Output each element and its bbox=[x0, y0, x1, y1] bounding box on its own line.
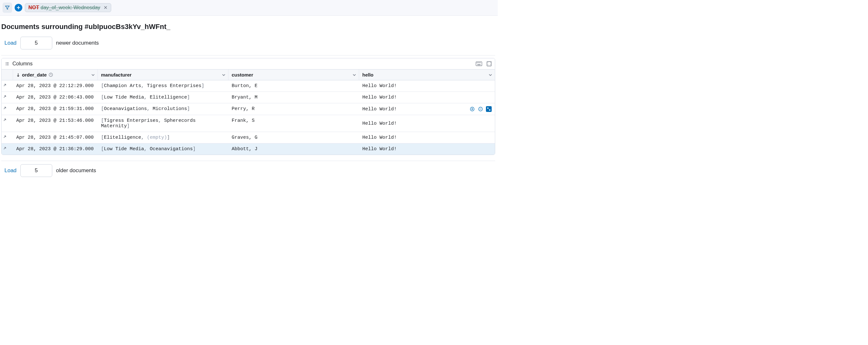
sort-desc-icon bbox=[16, 73, 20, 77]
chevron-down-icon[interactable] bbox=[489, 73, 492, 77]
table-row[interactable]: Apr 28, 2023 @ 21:45:07.000[Elitelligenc… bbox=[2, 132, 495, 143]
close-icon[interactable]: ✕ bbox=[103, 5, 108, 10]
filter-for-button[interactable] bbox=[469, 106, 475, 112]
svg-rect-12 bbox=[487, 61, 491, 66]
keyboard-icon[interactable] bbox=[476, 61, 482, 66]
cell-order-date: Apr 28, 2023 @ 22:06:43.000 bbox=[13, 92, 98, 103]
divider bbox=[1, 55, 495, 56]
cell-customer: Burton, E bbox=[228, 80, 359, 91]
table-row[interactable]: Apr 28, 2023 @ 21:36:29.000[Low Tide Med… bbox=[2, 143, 495, 155]
row-actions bbox=[469, 106, 492, 112]
plus-icon bbox=[17, 6, 21, 9]
chevron-down-icon[interactable] bbox=[352, 73, 356, 77]
header-order-date[interactable]: order_date bbox=[13, 69, 98, 80]
expand-icon bbox=[487, 108, 490, 111]
cell-manufacturer: [Tigress Enterprises, Spherecords Matern… bbox=[98, 115, 228, 132]
chevron-down-icon[interactable] bbox=[91, 73, 95, 77]
cell-order-date: Apr 28, 2023 @ 22:12:29.000 bbox=[13, 80, 98, 91]
expand-arrow-icon bbox=[3, 95, 7, 98]
expand-row-button[interactable] bbox=[2, 143, 13, 155]
filter-pill-not: NOT bbox=[28, 5, 39, 10]
cell-hello: Hello World! bbox=[359, 92, 495, 103]
header-order-date-label: order_date bbox=[22, 72, 47, 78]
load-newer-row: Load newer documents bbox=[1, 37, 495, 50]
filter-out-button[interactable] bbox=[478, 106, 484, 112]
cell-hello-text: Hello World! bbox=[362, 95, 397, 100]
svg-rect-1 bbox=[6, 62, 9, 63]
table-body: Apr 28, 2023 @ 22:12:29.000[Champion Art… bbox=[2, 80, 495, 155]
expand-arrow-icon bbox=[3, 118, 7, 122]
expand-arrow-icon bbox=[3, 146, 7, 150]
expand-arrow-icon bbox=[3, 83, 7, 87]
filter-bar: NOT day_of_week: Wednesday ✕ bbox=[0, 0, 498, 16]
cell-order-date: Apr 28, 2023 @ 21:59:31.000 bbox=[13, 103, 98, 115]
header-customer-label: customer bbox=[232, 72, 253, 78]
filter-pill[interactable]: NOT day_of_week: Wednesday ✕ bbox=[25, 3, 111, 12]
header-hello[interactable]: hello bbox=[359, 69, 495, 80]
expand-row-button[interactable] bbox=[2, 80, 13, 91]
svg-rect-6 bbox=[476, 62, 482, 66]
load-newer-count-input[interactable] bbox=[21, 37, 52, 50]
header-manufacturer[interactable]: manufacturer bbox=[98, 69, 228, 80]
svg-rect-11 bbox=[477, 64, 480, 65]
cell-hello-text: Hello World! bbox=[362, 107, 397, 112]
cell-manufacturer: [Champion Arts, Tigress Enterprises] bbox=[98, 80, 228, 91]
load-older-row: Load older documents bbox=[1, 164, 495, 177]
cell-hello-text: Hello World! bbox=[362, 121, 397, 126]
svg-rect-10 bbox=[480, 62, 481, 63]
expand-arrow-icon bbox=[3, 106, 7, 110]
cell-hello: Hello World! bbox=[359, 115, 495, 132]
expand-arrow-icon bbox=[3, 135, 7, 139]
columns-label[interactable]: Columns bbox=[12, 61, 32, 67]
cell-hello: Hello World! bbox=[359, 80, 495, 91]
cell-manufacturer: [Low Tide Media, Elitelligence] bbox=[98, 92, 228, 103]
table-row[interactable]: Apr 28, 2023 @ 22:12:29.000[Champion Art… bbox=[2, 80, 495, 92]
svg-rect-5 bbox=[6, 65, 9, 65]
svg-rect-2 bbox=[5, 63, 6, 64]
svg-rect-8 bbox=[478, 62, 478, 63]
cell-hello-text: Hello World! bbox=[362, 83, 397, 89]
documents-table: Columns order_date bbox=[1, 58, 495, 155]
table-header-row: order_date manufacturer customer bbox=[2, 69, 495, 80]
cell-order-date: Apr 28, 2023 @ 21:53:46.000 bbox=[13, 115, 98, 132]
svg-rect-4 bbox=[5, 65, 6, 65]
cell-manufacturer: [Elitelligence, (empty)] bbox=[98, 132, 228, 143]
expand-row-button[interactable] bbox=[2, 103, 13, 115]
filter-funnel-button[interactable] bbox=[3, 3, 12, 13]
load-newer-link[interactable]: Load bbox=[4, 40, 17, 46]
clock-icon bbox=[49, 73, 53, 77]
cell-order-date: Apr 28, 2023 @ 21:36:29.000 bbox=[13, 143, 98, 155]
svg-rect-3 bbox=[6, 63, 9, 64]
list-icon[interactable] bbox=[5, 61, 9, 66]
load-older-count-input[interactable] bbox=[21, 164, 52, 177]
load-older-suffix: older documents bbox=[56, 167, 96, 174]
table-row[interactable]: Apr 28, 2023 @ 22:06:43.000[Low Tide Med… bbox=[2, 92, 495, 103]
expand-row-button[interactable] bbox=[2, 92, 13, 103]
expand-row-button[interactable] bbox=[2, 132, 13, 143]
expand-row-button[interactable] bbox=[2, 115, 13, 132]
header-expand bbox=[2, 69, 13, 80]
minus-circle-icon bbox=[478, 107, 483, 111]
chevron-down-icon[interactable] bbox=[222, 73, 226, 77]
header-hello-label: hello bbox=[362, 72, 373, 78]
table-row[interactable]: Apr 28, 2023 @ 21:53:46.000[Tigress Ente… bbox=[2, 115, 495, 132]
add-filter-button[interactable] bbox=[15, 4, 22, 11]
filter-pill-text: day_of_week: Wednesday bbox=[40, 5, 100, 10]
header-manufacturer-label: manufacturer bbox=[101, 72, 132, 78]
svg-rect-9 bbox=[479, 62, 479, 63]
cell-customer: Abbott, J bbox=[228, 143, 359, 155]
cell-manufacturer: [Low Tide Media, Oceanavigations] bbox=[98, 143, 228, 155]
columns-toolbar: Columns bbox=[2, 58, 495, 69]
header-customer[interactable]: customer bbox=[228, 69, 359, 80]
cell-customer: Perry, R bbox=[228, 103, 359, 115]
expand-cell-button[interactable] bbox=[486, 106, 492, 112]
load-older-link[interactable]: Load bbox=[4, 167, 17, 174]
cell-customer: Graves, G bbox=[228, 132, 359, 143]
funnel-icon bbox=[5, 5, 9, 10]
plus-circle-icon bbox=[470, 107, 474, 111]
cell-manufacturer: [Oceanavigations, Microlutions] bbox=[98, 103, 228, 115]
table-row[interactable]: Apr 28, 2023 @ 21:59:31.000[Oceanavigati… bbox=[2, 103, 495, 115]
fullscreen-icon[interactable] bbox=[487, 61, 492, 66]
cell-hello: Hello World! bbox=[359, 143, 495, 155]
cell-hello: Hello World! bbox=[359, 132, 495, 143]
